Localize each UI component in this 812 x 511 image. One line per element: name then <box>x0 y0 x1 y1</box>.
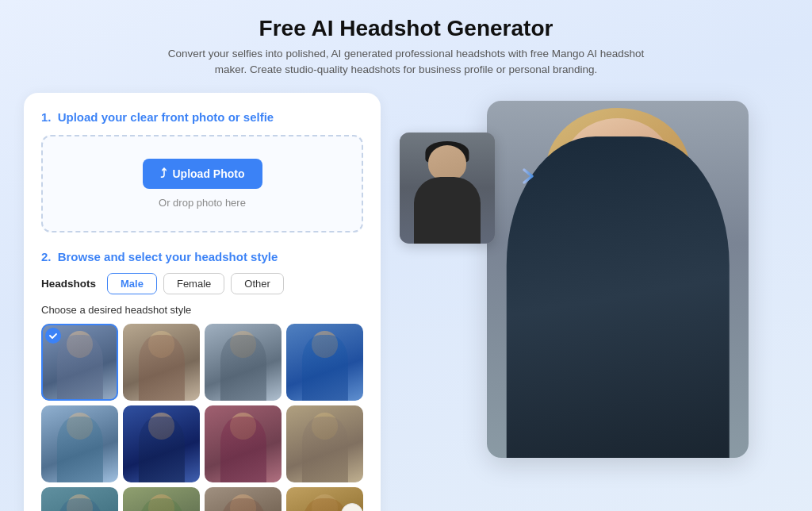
page-title: Free AI Headshot Generator <box>24 16 788 41</box>
left-panel: 1. Upload your clear front photo or self… <box>24 93 381 512</box>
step2-text: Browse and select your headshot style <box>58 250 278 263</box>
step2-number: 2. <box>41 250 52 263</box>
chevron-down-icon: ⌄ <box>348 509 356 512</box>
headshot-thumb-10[interactable] <box>123 487 200 512</box>
drop-hint: Or drop photo here <box>159 197 246 209</box>
step1-title: 1. Upload your clear front photo or self… <box>41 110 363 124</box>
before-thumb-figure <box>414 177 481 244</box>
page-subtitle: Convert your selfies into polished, AI g… <box>152 46 660 79</box>
step2-title: 2. Browse and select your headshot style <box>41 250 363 263</box>
headshot-thumb-8[interactable] <box>286 405 363 482</box>
headshot-thumb-9[interactable] <box>41 487 118 512</box>
filter-row: Headshots Male Female Other <box>41 273 363 294</box>
main-content: 1. Upload your clear front photo or self… <box>24 93 788 512</box>
filter-other-button[interactable]: Other <box>231 273 284 294</box>
page-header: Free AI Headshot Generator Convert your … <box>24 16 788 79</box>
before-photo-thumb <box>400 133 495 244</box>
before-thumb-face <box>428 145 466 181</box>
result-image-area <box>400 101 788 458</box>
upload-area: ⤴ Upload Photo Or drop photo here <box>41 135 363 232</box>
result-headshot-image <box>487 101 749 458</box>
result-figure <box>507 136 730 458</box>
filter-label: Headshots <box>41 278 96 290</box>
filter-female-button[interactable]: Female <box>163 273 224 294</box>
transform-arrow <box>491 164 538 191</box>
headshot-grid <box>41 324 363 512</box>
upload-icon: ⤴ <box>160 167 167 181</box>
upload-photo-button[interactable]: ⤴ Upload Photo <box>143 159 262 189</box>
headshot-grid-wrap: ⌄ <box>41 324 363 512</box>
choose-style-label: Choose a desired headshot style <box>41 304 363 316</box>
headshot-thumb-11[interactable] <box>205 487 282 512</box>
headshot-thumb-3[interactable] <box>205 324 282 401</box>
headshot-thumb-5[interactable] <box>41 405 118 482</box>
headshot-thumb-2[interactable] <box>123 324 200 401</box>
headshot-thumb-6[interactable] <box>123 405 200 482</box>
headshot-thumb-7[interactable] <box>205 405 282 482</box>
page-wrapper: Free AI Headshot Generator Convert your … <box>0 0 812 511</box>
upload-btn-label: Upload Photo <box>173 167 245 180</box>
headshot-thumb-4[interactable] <box>286 324 363 401</box>
step1-text: Upload your clear front photo or selfie <box>58 110 274 124</box>
right-panel <box>400 93 788 466</box>
headshot-thumb-1[interactable] <box>41 324 118 401</box>
selected-check-badge <box>45 328 61 344</box>
step1-number: 1. <box>41 110 52 124</box>
filter-male-button[interactable]: Male <box>107 273 157 294</box>
